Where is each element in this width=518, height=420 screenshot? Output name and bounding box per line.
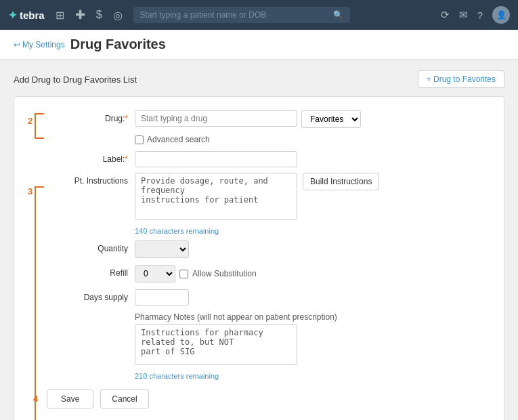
top-navigation: ✦ tebra ⊞ ✚ $ ◎ 🔍 ⟳ ✉ ? 👤 <box>0 0 518 30</box>
step-2-marker: 2 <box>28 116 33 126</box>
refill-label: Refill <box>47 265 135 278</box>
pt-instructions-label: Pt. Instructions <box>47 173 135 186</box>
breadcrumb-back[interactable]: My Settings <box>22 40 65 49</box>
form-card: 2 Drug:* Favorites <box>14 96 504 420</box>
quantity-select[interactable] <box>135 240 189 258</box>
step-3-marker: 3 <box>28 186 33 196</box>
add-drug-button[interactable]: + Drug to Favorites <box>418 70 504 88</box>
bracket-3 <box>35 186 44 420</box>
form-actions: Save Cancel <box>47 390 490 408</box>
cancel-button[interactable]: Cancel <box>100 390 148 408</box>
dollar-icon[interactable]: $ <box>96 9 102 21</box>
avatar[interactable]: 👤 <box>492 6 510 24</box>
pharmacy-notes-row: Instructions for pharmacy related to, bu… <box>47 324 490 365</box>
save-button[interactable]: Save <box>47 390 93 408</box>
mail-icon[interactable]: ✉ <box>459 9 468 21</box>
pt-instructions-row: Pt. Instructions Provide dosage, route, … <box>47 173 490 220</box>
label-field-label: Label:* <box>47 151 135 164</box>
logo: ✦ tebra <box>8 9 45 22</box>
allow-substitution-checkbox[interactable] <box>179 270 188 278</box>
label-input[interactable] <box>135 151 297 167</box>
label-row: Label:* <box>47 151 490 167</box>
step-4-marker: 4 <box>33 394 38 404</box>
days-supply-input[interactable] <box>135 289 189 306</box>
history-icon[interactable]: ⟳ <box>441 9 450 21</box>
quantity-label: Quantity <box>47 240 135 253</box>
back-arrow-icon: ↩ <box>14 40 20 49</box>
bracket-2 <box>35 113 44 139</box>
search-icon: 🔍 <box>333 10 343 20</box>
grid-icon[interactable]: ⊞ <box>56 9 64 22</box>
section-header: Add Drug to Drug Favorites List + Drug t… <box>14 70 504 88</box>
favorites-select[interactable]: Favorites <box>301 110 361 128</box>
nav-right: ⟳ ✉ ? 👤 <box>441 6 510 24</box>
refill-select[interactable]: 0 <box>135 265 175 282</box>
build-instructions-button[interactable]: Build Instructions <box>303 173 379 190</box>
page-header: ↩ My Settings Drug Favorites <box>0 30 518 60</box>
pt-instructions-input[interactable]: Provide dosage, route, and frequency ins… <box>135 173 297 220</box>
search-input[interactable] <box>140 10 328 20</box>
help-icon[interactable]: ? <box>477 9 483 21</box>
drug-row: Drug:* Favorites <box>47 110 490 128</box>
days-supply-row: Days supply <box>47 289 490 306</box>
pharmacy-notes-input[interactable]: Instructions for pharmacy related to, bu… <box>135 324 297 365</box>
advanced-search-row: Advanced search <box>135 135 490 144</box>
drug-label: Drug:* <box>47 110 135 123</box>
plus-icon[interactable]: ✚ <box>75 7 85 22</box>
search-bar[interactable]: 🔍 <box>133 7 350 23</box>
allow-substitution-label: Allow Substitution <box>192 269 257 278</box>
form-actions-container: 4 Save Cancel <box>47 390 490 408</box>
days-supply-label: Days supply <box>47 289 135 302</box>
pharmacy-notes-section-label: Pharmacy Notes (will not appear on patie… <box>135 312 490 322</box>
pt-instructions-char-count: 140 characters remaining <box>135 227 490 235</box>
location-icon[interactable]: ◎ <box>113 9 123 22</box>
refill-controls: 0 Allow Substitution <box>135 265 257 282</box>
back-link[interactable]: ↩ My Settings <box>14 40 65 49</box>
section-title: Add Drug to Drug Favorites List <box>14 75 137 85</box>
refill-row: Refill 0 Allow Substitution <box>47 265 490 282</box>
advanced-search-checkbox[interactable] <box>135 135 144 144</box>
advanced-search-label: Advanced search <box>147 135 210 144</box>
quantity-row: Quantity <box>47 240 490 258</box>
drug-input[interactable] <box>135 110 297 127</box>
page-title: Drug Favorites <box>70 37 166 52</box>
pharmacy-notes-char-count: 210 characters remaining <box>135 372 490 380</box>
main-content: Add Drug to Drug Favorites List + Drug t… <box>0 60 518 420</box>
